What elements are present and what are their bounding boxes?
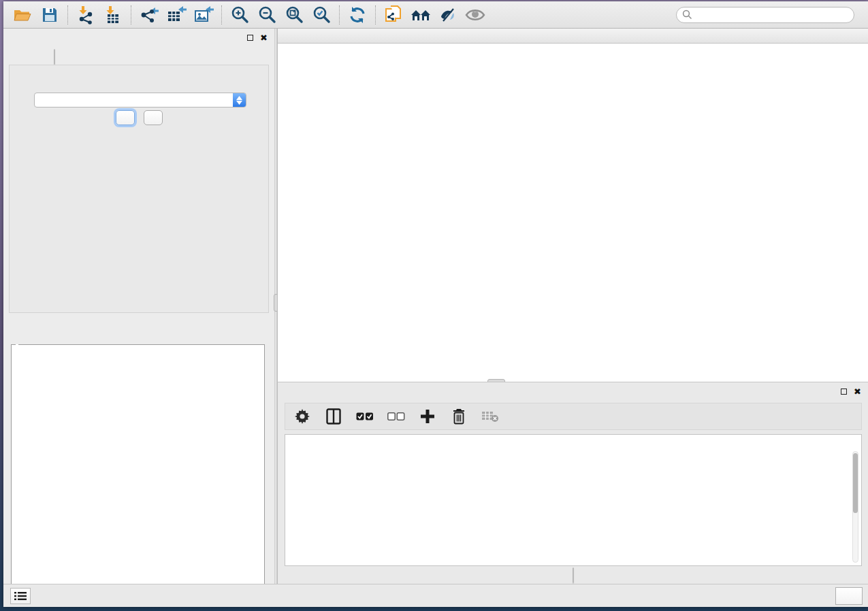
close-panel-icon[interactable]: ✖ <box>854 389 861 395</box>
select-all-icon[interactable] <box>356 408 374 425</box>
save-session-icon[interactable] <box>36 3 63 27</box>
zoom-in-icon[interactable] <box>226 3 253 27</box>
status-bar <box>3 584 868 607</box>
main-toolbar <box>3 1 868 29</box>
import-network-icon[interactable] <box>72 3 99 27</box>
show-all-icon[interactable] <box>462 3 489 27</box>
close-panel-icon[interactable]: ✖ <box>260 35 268 41</box>
toolbar-separator <box>221 5 222 24</box>
task-history-button[interactable] <box>10 588 31 604</box>
control-panel-header: ✖ <box>3 29 274 46</box>
zoom-out-icon[interactable] <box>253 3 280 27</box>
memory-status-icon <box>843 592 851 600</box>
close-panel-button[interactable] <box>144 110 163 125</box>
table-panel: ✖ <box>277 382 868 584</box>
export-network-icon[interactable] <box>135 3 163 27</box>
node-table-container <box>285 434 862 566</box>
delete-table-icon[interactable] <box>481 408 499 425</box>
delete-column-icon[interactable] <box>450 408 468 425</box>
clone-network-icon[interactable] <box>380 3 407 27</box>
hide-selected-icon[interactable] <box>434 3 462 27</box>
export-image-icon[interactable] <box>190 3 217 27</box>
float-panel-icon[interactable] <box>247 35 253 41</box>
table-tabs <box>573 567 574 583</box>
function-builder-icon[interactable] <box>513 408 530 425</box>
control-panel-tabs <box>54 49 55 65</box>
application-window: ✖ <box>3 1 868 607</box>
search-input[interactable] <box>692 10 848 20</box>
table-settings-icon[interactable] <box>293 408 311 425</box>
mcds-result-box <box>11 344 265 599</box>
minimize-window-icon[interactable] <box>297 32 305 40</box>
column-layout-icon[interactable] <box>325 408 342 425</box>
toolbar-separator <box>339 5 340 24</box>
network-canvas[interactable] <box>278 44 868 382</box>
network-view-window <box>277 29 868 382</box>
toolbar-separator <box>67 5 68 24</box>
toolbar-separator <box>131 5 131 24</box>
scrollbar-thumb[interactable] <box>853 453 858 513</box>
mcds-result-list <box>12 345 264 346</box>
control-panel: ✖ <box>3 29 274 584</box>
search-box[interactable] <box>676 7 854 23</box>
zoom-window-icon[interactable] <box>310 32 319 40</box>
import-table-icon[interactable] <box>99 3 127 27</box>
run-mcds-button[interactable] <box>116 110 135 125</box>
toolbar-separator <box>375 5 376 24</box>
float-panel-icon[interactable] <box>841 389 847 395</box>
zoom-fit-icon[interactable] <box>280 3 308 27</box>
export-table-icon[interactable] <box>163 3 190 27</box>
table-panel-header: ✖ <box>278 382 868 400</box>
first-neighbors-icon[interactable] <box>407 3 434 27</box>
list-icon <box>14 591 27 601</box>
open-file-icon[interactable] <box>9 3 36 27</box>
zoom-selected-icon[interactable] <box>308 3 335 27</box>
add-column-icon[interactable] <box>419 408 436 425</box>
search-icon <box>682 10 692 20</box>
network-titlebar <box>278 29 868 44</box>
optimization-dropdown[interactable] <box>34 93 246 108</box>
network-graph <box>278 44 868 382</box>
refresh-icon[interactable] <box>344 3 371 27</box>
table-toolbar <box>285 403 862 430</box>
close-window-icon[interactable] <box>283 32 291 40</box>
mcds-options-box <box>9 65 269 313</box>
deselect-all-icon[interactable] <box>387 408 405 425</box>
table-scrollbar[interactable] <box>852 451 858 563</box>
memory-button[interactable] <box>835 587 863 605</box>
dropdown-stepper-icon <box>233 93 246 107</box>
